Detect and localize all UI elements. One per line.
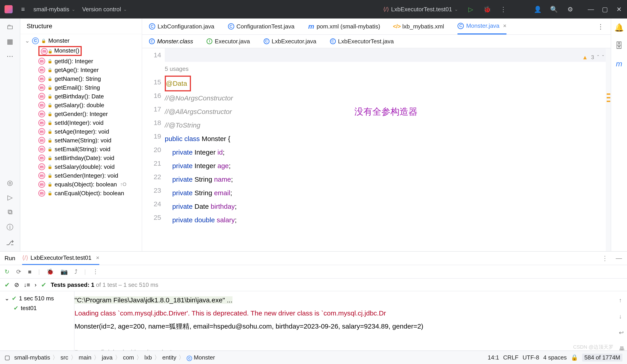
notifications-icon[interactable]: 🔔 <box>615 23 624 32</box>
vcs-dropdown[interactable]: Version control⌄ <box>82 6 127 13</box>
tree-item[interactable]: m🔒 getId(): Integer <box>20 57 142 66</box>
tree-item[interactable]: m🔒 getGender(): Integer <box>20 110 142 118</box>
stop-icon[interactable]: ■ <box>28 268 32 275</box>
scroll-up-icon[interactable]: ↑ <box>619 294 625 307</box>
crumb[interactable]: lxb <box>145 354 152 361</box>
maven-icon[interactable]: m <box>615 59 624 68</box>
test-root[interactable]: ⌄✔1 sec 510 ms <box>4 294 69 303</box>
inspection-widget[interactable]: ▲3ˆˇ <box>582 51 604 64</box>
run-icon[interactable]: ▷ <box>467 6 474 13</box>
debug-icon[interactable]: 🐞 <box>483 6 491 13</box>
cursor-pos[interactable]: 14:1 <box>488 354 499 361</box>
run-config-dropdown[interactable]: ⟨/⟩LxbExecutorTest.test01⌄ <box>383 6 458 13</box>
tree-item[interactable]: m🔒 setId(Integer): void <box>20 118 142 127</box>
indent[interactable]: 4 spaces <box>543 354 567 361</box>
check-icon[interactable]: ✔ <box>4 281 10 289</box>
tree-item[interactable]: m🔒 getEmail(): String <box>20 83 142 92</box>
terminal-icon[interactable]: ⧉ <box>8 208 12 216</box>
crumb[interactable]: entity <box>162 354 176 361</box>
vcs-tool-icon[interactable]: ⎇ <box>6 239 14 247</box>
project-tool-icon[interactable]: 🗀 <box>6 23 13 31</box>
rerun-icon[interactable]: ↻ <box>4 268 9 275</box>
console-output[interactable]: "C:\Program Files\Java\jdk1.8.0_181\bin\… <box>74 291 627 351</box>
tree-item[interactable]: m🔒 setGender(Integer): void <box>20 171 142 180</box>
crumb[interactable]: C Monster <box>187 354 215 361</box>
tree-item[interactable]: m🔒 getSalary(): double <box>20 101 142 110</box>
more-tools-icon[interactable]: ⋯ <box>6 52 13 60</box>
line-sep[interactable]: CRLF <box>503 354 519 361</box>
tree-item[interactable]: m🔒 getName(): String <box>20 74 142 83</box>
editor-tab[interactable]: mpom.xml (small-mybatis) <box>308 23 380 30</box>
filter-icon[interactable]: ⊘ <box>14 281 19 288</box>
tree-item[interactable]: m🔒 setName(String): void <box>20 136 142 145</box>
encoding[interactable]: UTF-8 <box>522 354 539 361</box>
toolbar-more-icon[interactable]: ⋮ <box>93 268 99 275</box>
more-icon[interactable]: ⋮ <box>500 6 507 13</box>
tree-item[interactable]: m🔒 equals(Object): boolean↑O <box>20 180 142 189</box>
soft-wrap-icon[interactable]: ↩ <box>619 326 625 339</box>
scroll-down-icon[interactable]: ↓ <box>619 310 625 323</box>
structure-tool-icon[interactable]: ▦ <box>7 38 13 45</box>
crumb[interactable]: main <box>79 354 91 361</box>
services-icon[interactable]: ◎ <box>7 179 13 187</box>
code-editor[interactable]: 141516171819202122232425 没有全参构造器 ▲3ˆˇ 5 … <box>142 48 611 251</box>
editor-subtabs: CMonster.classIExecutor.javaCLxbExecutor… <box>142 35 611 48</box>
maximize-icon[interactable]: ▢ <box>601 6 609 13</box>
database-icon[interactable]: 🗄 <box>615 41 624 50</box>
settings-icon[interactable]: ⚙ <box>567 6 574 13</box>
dump-icon[interactable]: 📷 <box>60 268 68 275</box>
run-config-tab[interactable]: ⟨/⟩LxbExecutorTest.test01× <box>22 251 100 265</box>
print-icon[interactable]: 🖶 <box>619 342 625 351</box>
tree-item[interactable]: m🔒 getAge(): Integer <box>20 66 142 74</box>
tree-item[interactable]: m🔒 Monster() <box>20 45 142 57</box>
run-hide-icon[interactable]: — <box>615 255 623 262</box>
tree-root[interactable]: ⌄C🔒Monster <box>20 36 142 45</box>
expand-icon[interactable]: › <box>35 281 37 288</box>
toggle-bp-icon[interactable]: 🐞 <box>47 268 54 275</box>
editor-tab[interactable]: CMonster.java× <box>458 18 507 35</box>
tree-item[interactable]: m🔒 canEqual(Object): boolean <box>20 189 142 198</box>
minimize-icon[interactable]: — <box>587 6 594 13</box>
test-item[interactable]: ✔test01 <box>4 303 69 313</box>
rerun-failed-icon[interactable]: ⟳ <box>16 268 21 275</box>
search-icon[interactable]: 🔍 <box>550 6 558 13</box>
menu-icon[interactable]: ≡ <box>19 6 27 13</box>
annotation-note: 没有全参构造器 <box>354 105 418 118</box>
editor-scrollbar[interactable] <box>606 48 611 251</box>
tree-item[interactable]: m🔒 setSalary(double): void <box>20 162 142 171</box>
run-panel: Run ⟨/⟩LxbExecutorTest.test01× ⋮ — ↻ ⟳ ■… <box>0 251 627 351</box>
run-tab[interactable]: Run <box>4 255 15 262</box>
crumb[interactable]: src <box>60 354 68 361</box>
editor-tab[interactable]: CLxbConfiguration.java <box>149 23 214 30</box>
crumb[interactable]: com <box>123 354 134 361</box>
structure-panel: Structure ⌄C🔒Monsterm🔒 Monster()m🔒 getId… <box>20 18 142 251</box>
code-area[interactable]: 没有全参构造器 ▲3ˆˇ 5 usages@Data//@NoArgsConst… <box>165 48 611 251</box>
sub-tab[interactable]: CLxbExecutorTest.java <box>330 38 394 45</box>
tree-item[interactable]: m🔒 setEmail(String): void <box>20 145 142 154</box>
run-more-icon[interactable]: ⋮ <box>601 255 609 262</box>
close-icon[interactable]: ✕ <box>615 6 623 13</box>
memory-indicator[interactable]: 584 of 1774M <box>582 354 623 362</box>
sub-tab[interactable]: CMonster.class <box>149 38 193 45</box>
project-dropdown[interactable]: small-mybatis⌄ <box>33 6 75 13</box>
exit-icon[interactable]: ⤴ <box>74 268 77 275</box>
readonly-icon[interactable]: 🔒 <box>571 354 578 361</box>
breadcrumbs[interactable]: small-mybatis〉src〉main〉java〉com〉lxb〉enti… <box>14 354 215 362</box>
account-icon[interactable]: 👤 <box>534 6 541 13</box>
structure-tree[interactable]: ⌄C🔒Monsterm🔒 Monster()m🔒 getId(): Intege… <box>20 34 142 251</box>
crumb[interactable]: java <box>102 354 113 361</box>
crumb[interactable]: small-mybatis <box>14 354 50 361</box>
sub-tab[interactable]: CLxbExecutor.java <box>264 38 316 45</box>
editor-tab[interactable]: CConfigurationTest.java <box>228 23 295 30</box>
editor-tab[interactable]: </>lxb_mybatis.xml <box>394 23 444 30</box>
problems-icon[interactable]: ⓘ <box>6 223 13 232</box>
tree-item[interactable]: m🔒 setBirthday(Date): void <box>20 154 142 162</box>
tree-item[interactable]: m🔒 getBirthday(): Date <box>20 92 142 101</box>
run-tool-icon[interactable]: ▷ <box>7 193 13 201</box>
test-tree[interactable]: ⌄✔1 sec 510 ms ✔test01 <box>0 291 74 351</box>
sub-tab[interactable]: IExecutor.java <box>207 38 250 45</box>
project-box-icon[interactable]: ▢ <box>4 354 10 361</box>
tree-item[interactable]: m🔒 setAge(Integer): void <box>20 127 142 136</box>
sort-icon[interactable]: ↓≡ <box>24 281 30 288</box>
tabs-more-icon[interactable]: ⋮ <box>597 23 604 30</box>
